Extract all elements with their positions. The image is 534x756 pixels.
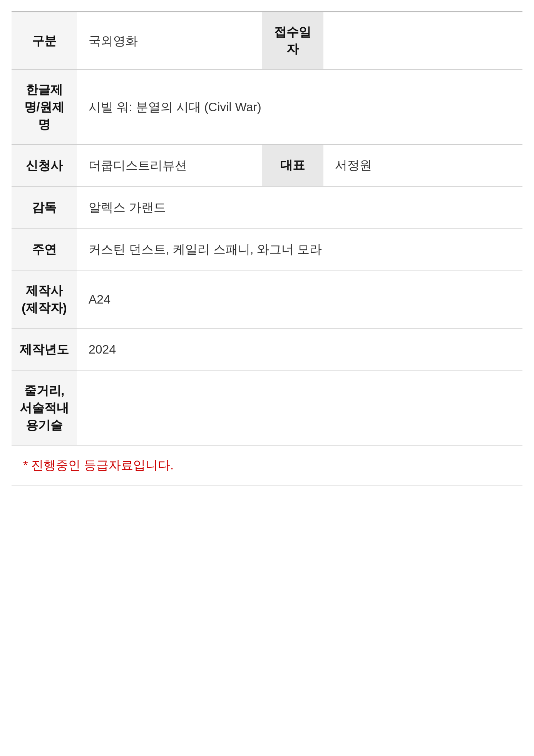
page-wrapper: 구분 국외영화 접수일자 한글제명/원제명 시빌 워: 분열의 시대 (Civi… — [0, 0, 534, 497]
label-접수일자: 접수일자 — [262, 12, 323, 70]
value-대표: 서정원 — [323, 145, 522, 187]
value-제작사: A24 — [77, 270, 522, 329]
table-row: 한글제명/원제명 시빌 워: 분열의 시대 (Civil War) — [12, 70, 522, 145]
value-줄거리 — [77, 370, 522, 445]
label-신청사: 신청사 — [12, 145, 77, 187]
table-row: 구분 국외영화 접수일자 — [12, 12, 522, 70]
label-제작년도: 제작년도 — [12, 328, 77, 370]
value-감독: 알렉스 가랜드 — [77, 187, 522, 229]
table-row: 감독 알렉스 가랜드 — [12, 187, 522, 229]
value-신청사: 더쿱디스트리뷰션 — [77, 145, 262, 187]
label-한글제명: 한글제명/원제명 — [12, 70, 77, 145]
label-제작사: 제작사 (제작자) — [12, 270, 77, 329]
value-영화제목: 시빌 워: 분열의 시대 (Civil War) — [77, 70, 522, 145]
label-구분: 구분 — [12, 12, 77, 70]
table-row: 제작년도 2024 — [12, 328, 522, 370]
notice-row: * 진행중인 등급자료입니다. — [12, 446, 522, 486]
label-줄거리: 줄거리, 서술적내용기술 — [12, 370, 77, 445]
value-제작년도: 2024 — [77, 328, 522, 370]
label-대표: 대표 — [262, 145, 323, 187]
table-row: 제작사 (제작자) A24 — [12, 270, 522, 329]
table-row: 신청사 더쿱디스트리뷰션 대표 서정원 — [12, 145, 522, 187]
value-국외영화: 국외영화 — [77, 12, 262, 70]
info-table: 구분 국외영화 접수일자 한글제명/원제명 시빌 워: 분열의 시대 (Civi… — [12, 12, 522, 486]
label-주연: 주연 — [12, 229, 77, 270]
label-감독: 감독 — [12, 187, 77, 229]
value-접수일자 — [323, 12, 522, 70]
table-row: 줄거리, 서술적내용기술 — [12, 370, 522, 445]
table-row: 주연 커스틴 던스트, 케일리 스패니, 와그너 모라 — [12, 229, 522, 270]
value-주연: 커스틴 던스트, 케일리 스패니, 와그너 모라 — [77, 229, 522, 270]
notice-text: * 진행중인 등급자료입니다. — [12, 446, 522, 486]
